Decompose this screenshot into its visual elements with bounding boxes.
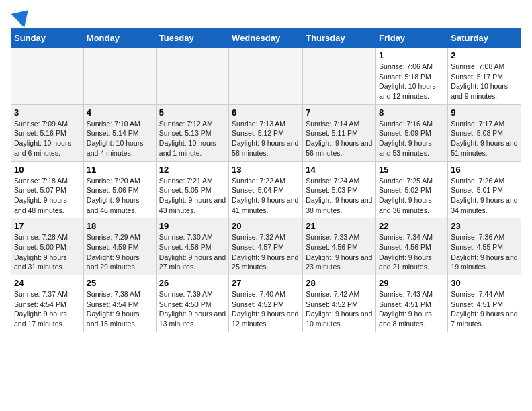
day-number: 16 bbox=[451, 165, 518, 175]
day-number: 25 bbox=[87, 278, 153, 288]
calendar-cell: 1Sunrise: 7:06 AM Sunset: 5:18 PM Daylig… bbox=[376, 48, 448, 105]
weekday-sunday: Sunday bbox=[11, 29, 84, 48]
day-info: Sunrise: 7:18 AM Sunset: 5:07 PM Dayligh… bbox=[14, 176, 81, 216]
calendar-cell bbox=[156, 48, 228, 105]
calendar-cell: 19Sunrise: 7:30 AM Sunset: 4:58 PM Dayli… bbox=[156, 218, 228, 275]
day-number: 15 bbox=[379, 165, 445, 175]
day-number: 5 bbox=[159, 107, 226, 118]
day-info: Sunrise: 7:10 AM Sunset: 5:14 PM Dayligh… bbox=[87, 119, 153, 158]
weekday-header-row: SundayMondayTuesdayWednesdayThursdayFrid… bbox=[11, 29, 521, 48]
day-number: 7 bbox=[306, 107, 373, 118]
day-number: 13 bbox=[232, 165, 300, 175]
calendar-cell: 16Sunrise: 7:26 AM Sunset: 5:01 PM Dayli… bbox=[448, 161, 521, 218]
calendar-cell: 24Sunrise: 7:37 AM Sunset: 4:54 PM Dayli… bbox=[11, 275, 84, 332]
day-info: Sunrise: 7:36 AM Sunset: 4:55 PM Dayligh… bbox=[451, 232, 518, 272]
calendar-cell: 11Sunrise: 7:20 AM Sunset: 5:06 PM Dayli… bbox=[83, 161, 156, 218]
day-info: Sunrise: 7:22 AM Sunset: 5:04 PM Dayligh… bbox=[232, 176, 300, 216]
day-number: 6 bbox=[232, 107, 300, 118]
day-info: Sunrise: 7:13 AM Sunset: 5:12 PM Dayligh… bbox=[232, 119, 300, 158]
day-number: 14 bbox=[306, 165, 373, 175]
calendar-cell bbox=[11, 48, 84, 105]
calendar-cell bbox=[303, 48, 376, 105]
calendar-cell: 2Sunrise: 7:08 AM Sunset: 5:17 PM Daylig… bbox=[448, 48, 521, 105]
day-number: 26 bbox=[159, 278, 226, 288]
day-number: 27 bbox=[232, 278, 300, 288]
weekday-monday: Monday bbox=[83, 29, 156, 48]
calendar-cell: 6Sunrise: 7:13 AM Sunset: 5:12 PM Daylig… bbox=[229, 104, 303, 161]
day-number: 21 bbox=[306, 221, 373, 231]
day-info: Sunrise: 7:28 AM Sunset: 5:00 PM Dayligh… bbox=[14, 232, 81, 272]
calendar-cell: 8Sunrise: 7:16 AM Sunset: 5:09 PM Daylig… bbox=[376, 104, 448, 161]
day-number: 23 bbox=[451, 221, 518, 231]
calendar-cell: 23Sunrise: 7:36 AM Sunset: 4:55 PM Dayli… bbox=[448, 218, 521, 275]
day-info: Sunrise: 7:09 AM Sunset: 5:16 PM Dayligh… bbox=[14, 119, 81, 158]
day-number: 30 bbox=[451, 278, 518, 288]
calendar-cell: 28Sunrise: 7:42 AM Sunset: 4:52 PM Dayli… bbox=[303, 275, 376, 332]
calendar-cell: 30Sunrise: 7:44 AM Sunset: 4:51 PM Dayli… bbox=[448, 275, 521, 332]
day-number: 22 bbox=[379, 221, 445, 231]
day-number: 18 bbox=[87, 221, 153, 231]
calendar-week-4: 17Sunrise: 7:28 AM Sunset: 5:00 PM Dayli… bbox=[11, 218, 521, 275]
logo-arrow-icon bbox=[11, 3, 34, 27]
day-info: Sunrise: 7:33 AM Sunset: 4:56 PM Dayligh… bbox=[306, 232, 373, 272]
calendar-cell: 29Sunrise: 7:43 AM Sunset: 4:51 PM Dayli… bbox=[376, 275, 448, 332]
calendar-cell: 5Sunrise: 7:12 AM Sunset: 5:13 PM Daylig… bbox=[156, 104, 228, 161]
day-number: 4 bbox=[87, 107, 153, 118]
day-number: 17 bbox=[14, 221, 81, 231]
day-number: 28 bbox=[306, 278, 373, 288]
calendar-week-5: 24Sunrise: 7:37 AM Sunset: 4:54 PM Dayli… bbox=[11, 275, 521, 332]
day-info: Sunrise: 7:25 AM Sunset: 5:02 PM Dayligh… bbox=[379, 176, 445, 216]
calendar-cell: 4Sunrise: 7:10 AM Sunset: 5:14 PM Daylig… bbox=[83, 104, 156, 161]
day-number: 3 bbox=[14, 107, 81, 118]
calendar-cell: 13Sunrise: 7:22 AM Sunset: 5:04 PM Dayli… bbox=[229, 161, 303, 218]
calendar-cell bbox=[229, 48, 303, 105]
weekday-wednesday: Wednesday bbox=[229, 29, 303, 48]
day-info: Sunrise: 7:06 AM Sunset: 5:18 PM Dayligh… bbox=[379, 62, 445, 101]
calendar-cell: 7Sunrise: 7:14 AM Sunset: 5:11 PM Daylig… bbox=[303, 104, 376, 161]
calendar-cell: 22Sunrise: 7:34 AM Sunset: 4:56 PM Dayli… bbox=[376, 218, 448, 275]
day-info: Sunrise: 7:39 AM Sunset: 4:53 PM Dayligh… bbox=[159, 289, 226, 329]
day-info: Sunrise: 7:12 AM Sunset: 5:13 PM Dayligh… bbox=[159, 119, 226, 158]
day-info: Sunrise: 7:14 AM Sunset: 5:11 PM Dayligh… bbox=[306, 119, 373, 158]
day-number: 8 bbox=[379, 107, 445, 118]
calendar-cell: 26Sunrise: 7:39 AM Sunset: 4:53 PM Dayli… bbox=[156, 275, 228, 332]
day-number: 9 bbox=[451, 107, 518, 118]
calendar-week-3: 10Sunrise: 7:18 AM Sunset: 5:07 PM Dayli… bbox=[11, 161, 521, 218]
calendar-cell: 12Sunrise: 7:21 AM Sunset: 5:05 PM Dayli… bbox=[156, 161, 228, 218]
calendar-cell: 10Sunrise: 7:18 AM Sunset: 5:07 PM Dayli… bbox=[11, 161, 84, 218]
day-info: Sunrise: 7:16 AM Sunset: 5:09 PM Dayligh… bbox=[379, 119, 445, 158]
logo bbox=[11, 11, 32, 23]
calendar-cell: 27Sunrise: 7:40 AM Sunset: 4:52 PM Dayli… bbox=[229, 275, 303, 332]
calendar-cell: 18Sunrise: 7:29 AM Sunset: 4:59 PM Dayli… bbox=[83, 218, 156, 275]
day-number: 24 bbox=[14, 278, 81, 288]
day-info: Sunrise: 7:20 AM Sunset: 5:06 PM Dayligh… bbox=[87, 176, 153, 216]
day-number: 29 bbox=[379, 278, 445, 288]
calendar-cell: 3Sunrise: 7:09 AM Sunset: 5:16 PM Daylig… bbox=[11, 104, 84, 161]
day-info: Sunrise: 7:42 AM Sunset: 4:52 PM Dayligh… bbox=[306, 289, 373, 329]
weekday-thursday: Thursday bbox=[303, 29, 376, 48]
calendar-table: SundayMondayTuesdayWednesdayThursdayFrid… bbox=[11, 28, 521, 332]
calendar-cell bbox=[83, 48, 156, 105]
calendar-week-1: 1Sunrise: 7:06 AM Sunset: 5:18 PM Daylig… bbox=[11, 48, 521, 105]
weekday-saturday: Saturday bbox=[448, 29, 521, 48]
day-number: 10 bbox=[14, 165, 81, 175]
day-info: Sunrise: 7:43 AM Sunset: 4:51 PM Dayligh… bbox=[379, 289, 445, 329]
calendar-week-2: 3Sunrise: 7:09 AM Sunset: 5:16 PM Daylig… bbox=[11, 104, 521, 161]
page-header bbox=[11, 11, 521, 23]
day-number: 12 bbox=[159, 165, 226, 175]
calendar-cell: 21Sunrise: 7:33 AM Sunset: 4:56 PM Dayli… bbox=[303, 218, 376, 275]
day-info: Sunrise: 7:40 AM Sunset: 4:52 PM Dayligh… bbox=[232, 289, 300, 329]
calendar-cell: 20Sunrise: 7:32 AM Sunset: 4:57 PM Dayli… bbox=[229, 218, 303, 275]
day-info: Sunrise: 7:26 AM Sunset: 5:01 PM Dayligh… bbox=[451, 176, 518, 216]
day-number: 2 bbox=[451, 50, 518, 60]
day-info: Sunrise: 7:38 AM Sunset: 4:54 PM Dayligh… bbox=[87, 289, 153, 329]
day-info: Sunrise: 7:34 AM Sunset: 4:56 PM Dayligh… bbox=[379, 232, 445, 272]
day-number: 19 bbox=[159, 221, 226, 231]
day-info: Sunrise: 7:08 AM Sunset: 5:17 PM Dayligh… bbox=[451, 62, 518, 101]
day-info: Sunrise: 7:29 AM Sunset: 4:59 PM Dayligh… bbox=[87, 232, 153, 272]
calendar-cell: 9Sunrise: 7:17 AM Sunset: 5:08 PM Daylig… bbox=[448, 104, 521, 161]
day-info: Sunrise: 7:44 AM Sunset: 4:51 PM Dayligh… bbox=[451, 289, 518, 329]
day-info: Sunrise: 7:30 AM Sunset: 4:58 PM Dayligh… bbox=[159, 232, 226, 272]
day-info: Sunrise: 7:32 AM Sunset: 4:57 PM Dayligh… bbox=[232, 232, 300, 272]
calendar-cell: 14Sunrise: 7:24 AM Sunset: 5:03 PM Dayli… bbox=[303, 161, 376, 218]
